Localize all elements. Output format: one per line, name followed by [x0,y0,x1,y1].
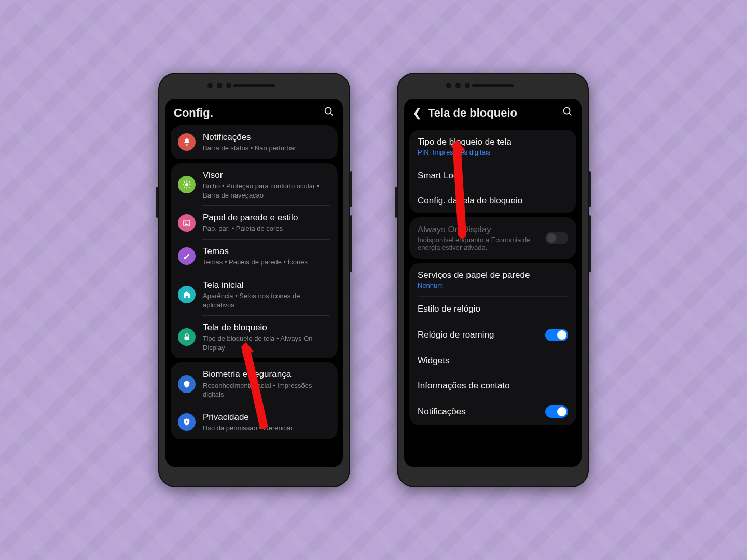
clock-style-row[interactable]: Estilo de relógio [409,297,576,321]
svg-point-15 [564,108,570,114]
row-title: Config. da tela de bloqueio [418,195,522,206]
row-sub: Aparência • Selos nos ícones de aplicati… [203,291,330,310]
privacy-icon [178,413,196,431]
sun-icon [178,176,196,193]
phone-left: Config. Notificações Barra de status • N… [158,73,350,487]
row-title: Tela inicial [203,279,330,290]
always-on-display-row: Always On Display Indisponível enquanto … [409,217,576,259]
row-title: Serviços de papel de parede [418,270,530,281]
row-sub: Reconhecimento facial • Impressões digit… [203,381,330,399]
phone-right: ❮ Tela de bloqueio Tipo de bloqueio de t… [397,73,589,487]
row-title: Temas [203,246,330,257]
row-sub: Tipo de bloqueio de tela • Always On Dis… [203,334,330,352]
row-title: Papel de parede e estilo [203,212,330,223]
settings-row-themes[interactable]: Temas Temas • Papéis de parede • Ícones [171,240,338,273]
row-title: Always On Display [418,225,540,235]
row-sub: Barra de status • Não perturbar [203,144,330,153]
svg-point-0 [325,108,331,114]
lock-type-row[interactable]: Tipo de bloqueio de tela PIN, Impressões… [409,130,576,163]
svg-point-12 [185,221,186,222]
screen-settings: Config. Notificações Barra de status • N… [165,99,343,467]
row-sub: Temas • Papéis de parede • Ícones [203,258,330,267]
search-icon[interactable] [323,106,335,120]
home-icon [178,286,196,303]
settings-row-notifications[interactable]: Notificações Barra de status • Não pertu… [171,125,338,159]
search-icon[interactable] [562,106,573,120]
row-title: Visor [203,170,330,180]
row-title: Relógio de roaming [418,330,494,340]
widgets-row[interactable]: Widgets [409,348,576,373]
smart-lock-row[interactable]: Smart Lock [409,163,576,188]
page-title: Config. [174,106,213,120]
row-sub: Pap. par. • Paleta de cores [203,224,330,233]
page-title: Tela de bloqueio [428,106,517,120]
roaming-clock-toggle[interactable] [545,329,568,341]
row-sub: Brilho • Proteção para conforto ocular •… [203,181,330,200]
screen-lockscreen-settings: ❮ Tela de bloqueio Tipo de bloqueio de t… [404,99,582,467]
settings-row-wallpaper[interactable]: Papel de parede e estilo Pap. par. • Pal… [171,206,338,240]
settings-row-privacy[interactable]: Privacidade Uso da permissão • Gerenciar [171,405,338,439]
svg-point-2 [185,183,188,186]
svg-rect-13 [185,337,189,340]
row-title: Notificações [418,407,466,417]
header: ❮ Tela de bloqueio [404,99,582,125]
shield-icon [178,375,196,393]
bell-icon [178,133,196,151]
row-title: Notificações [203,132,330,143]
aod-toggle [545,232,568,244]
row-title: Privacidade [203,412,330,423]
svg-line-8 [189,187,190,188]
row-title: Biometria e segurança [203,369,330,380]
lockscreen-config-row[interactable]: Config. da tela de bloqueio [409,188,576,213]
row-sub: PIN, Impressões digitais [418,148,511,156]
row-sub: Uso da permissão • Gerenciar [203,424,330,433]
lock-icon [178,328,196,346]
row-title: Smart Lock [418,171,462,181]
row-sub: Nenhum [418,282,530,289]
row-title: Tipo de bloqueio de tela [418,137,511,147]
contact-info-row[interactable]: Informações de contato [409,373,576,398]
back-icon[interactable]: ❮ [412,106,422,120]
settings-row-home[interactable]: Tela inicial Aparência • Selos nos ícone… [171,273,338,316]
image-icon [178,214,196,232]
settings-row-display[interactable]: Visor Brilho • Proteção para conforto oc… [171,163,338,206]
notifications-row[interactable]: Notificações [409,398,576,425]
settings-row-lockscreen[interactable]: Tela de bloqueio Tipo de bloqueio de tel… [171,316,338,358]
brush-icon [178,247,196,265]
settings-row-biometrics[interactable]: Biometria e segurança Reconhecimento fac… [171,362,338,405]
row-title: Tela de bloqueio [203,322,330,333]
svg-line-10 [189,181,190,183]
row-title: Widgets [418,356,449,366]
svg-line-1 [330,113,333,115]
svg-point-14 [186,421,188,423]
svg-line-16 [569,113,571,115]
row-title: Estilo de relógio [418,304,480,314]
svg-line-9 [184,187,185,188]
svg-line-7 [184,181,185,183]
notifications-toggle[interactable] [545,405,568,418]
header: Config. [165,99,343,125]
row-sub: Indisponível enquanto a Economia de ener… [418,236,540,251]
roaming-clock-row[interactable]: Relógio de roaming [409,321,576,348]
wallpaper-services-row[interactable]: Serviços de papel de parede Nenhum [409,263,576,297]
row-title: Informações de contato [418,381,510,391]
